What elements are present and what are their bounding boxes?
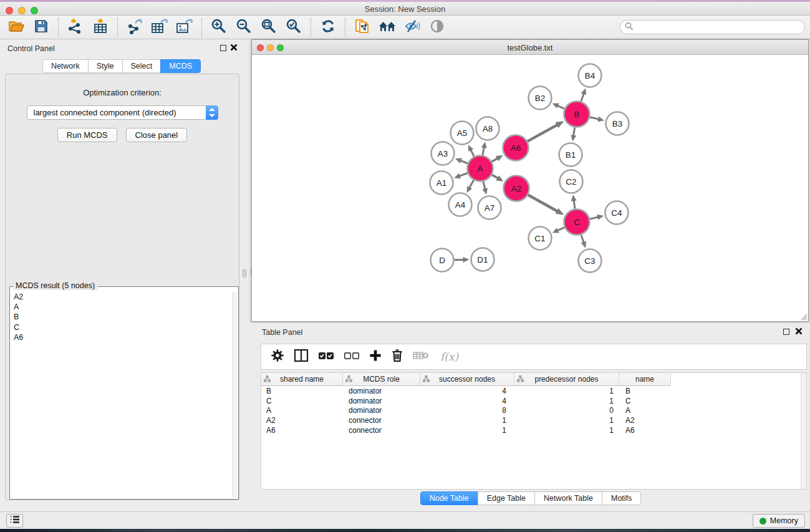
cell-name[interactable]: C bbox=[619, 397, 671, 405]
cell-name[interactable]: A6 bbox=[619, 426, 671, 435]
cell-mcds_role[interactable]: dominator bbox=[343, 387, 420, 395]
graph-edge-B-B3[interactable] bbox=[590, 117, 604, 122]
mcds-result-item[interactable]: C bbox=[14, 322, 231, 332]
tab-motifs[interactable]: Motifs bbox=[602, 491, 641, 505]
export-image-button[interactable] bbox=[172, 17, 197, 37]
import-network-button[interactable] bbox=[63, 17, 88, 37]
graph-edge-A-A4[interactable] bbox=[466, 180, 473, 193]
graph-node-B4[interactable]: B4 bbox=[579, 64, 602, 87]
close-panel-icon[interactable] bbox=[230, 44, 238, 51]
cell-shared_name[interactable]: B bbox=[261, 387, 343, 395]
zoom-fit-button[interactable] bbox=[256, 17, 281, 37]
graph-node-A8[interactable]: A8 bbox=[476, 117, 499, 140]
column-visibility-button[interactable] bbox=[294, 349, 309, 365]
tab-edge-table[interactable]: Edge Table bbox=[478, 491, 535, 505]
cell-predecessor_nodes[interactable]: 1 bbox=[514, 387, 619, 395]
table-settings-button[interactable] bbox=[271, 349, 284, 365]
task-history-button[interactable] bbox=[6, 514, 23, 528]
zoom-selected-button[interactable] bbox=[281, 17, 306, 37]
graph-node-B2[interactable]: B2 bbox=[529, 87, 552, 110]
graph-edge-C-C1[interactable] bbox=[552, 228, 565, 233]
cell-name[interactable]: A2 bbox=[619, 416, 671, 425]
mcds-result-item[interactable]: A2 bbox=[14, 292, 231, 302]
cell-successor_nodes[interactable]: 1 bbox=[420, 416, 514, 425]
graph-node-A4[interactable]: A4 bbox=[449, 193, 472, 216]
graph-edge-C-C3[interactable] bbox=[581, 235, 587, 248]
mcds-result-item[interactable]: B bbox=[14, 312, 231, 322]
graph-edge-C-C2[interactable] bbox=[571, 195, 577, 208]
save-session-button[interactable] bbox=[29, 17, 54, 37]
cell-predecessor_nodes[interactable]: 1 bbox=[514, 397, 619, 405]
graph-node-C1[interactable]: C1 bbox=[529, 227, 552, 250]
search-input[interactable] bbox=[637, 23, 793, 32]
refresh-button[interactable] bbox=[316, 17, 340, 37]
graph-node-A7[interactable]: A7 bbox=[478, 196, 501, 220]
graph-node-B1[interactable]: B1 bbox=[559, 143, 582, 167]
memory-status-button[interactable]: Memory bbox=[753, 514, 805, 528]
cell-predecessor_nodes[interactable]: 0 bbox=[514, 406, 619, 415]
node-table-scrollbar[interactable] bbox=[801, 373, 806, 489]
zoom-out-button[interactable] bbox=[231, 17, 256, 37]
graph-node-C[interactable]: C bbox=[564, 210, 590, 235]
graph-edge-A-A2[interactable] bbox=[492, 175, 504, 181]
delete-column-button[interactable] bbox=[391, 349, 403, 365]
mcds-result-item[interactable]: A bbox=[14, 302, 231, 312]
first-neighbors-button[interactable] bbox=[375, 17, 400, 37]
tab-node-table[interactable]: Node Table bbox=[420, 491, 478, 505]
cell-name[interactable]: A bbox=[619, 406, 671, 415]
cell-predecessor_nodes[interactable]: 1 bbox=[514, 416, 619, 425]
close-table-panel-icon[interactable] bbox=[795, 327, 803, 335]
network-window-titlebar[interactable]: testGlobe.txt bbox=[252, 40, 808, 55]
graph-node-D[interactable]: D bbox=[431, 249, 454, 272]
graph-edge-A-A6[interactable] bbox=[492, 155, 503, 162]
zoom-in-button[interactable] bbox=[206, 17, 231, 37]
export-network-button[interactable] bbox=[122, 17, 147, 37]
add-column-button[interactable] bbox=[369, 349, 382, 364]
graph-edge-C-C4[interactable] bbox=[590, 215, 604, 220]
cell-shared_name[interactable]: C bbox=[261, 397, 343, 405]
tab-style[interactable]: Style bbox=[88, 59, 123, 73]
float-table-panel-icon[interactable] bbox=[783, 329, 789, 335]
graph-node-A2[interactable]: A2 bbox=[504, 176, 529, 201]
show-hidden-button[interactable] bbox=[425, 17, 450, 37]
table-row[interactable]: A2connector11A2 bbox=[261, 415, 806, 425]
window-resize-grip[interactable] bbox=[799, 312, 808, 321]
select-all-button[interactable] bbox=[318, 351, 334, 363]
column-header-name[interactable]: name bbox=[619, 373, 671, 386]
search-field[interactable] bbox=[620, 20, 805, 34]
graph-node-A1[interactable]: A1 bbox=[430, 172, 453, 195]
graph-edge-D-D1[interactable] bbox=[454, 257, 469, 263]
graph-edge-A-A7[interactable] bbox=[482, 181, 488, 195]
graph-edge-B-B4[interactable] bbox=[581, 88, 587, 101]
cell-successor_nodes[interactable]: 4 bbox=[420, 387, 514, 395]
cell-successor_nodes[interactable]: 8 bbox=[420, 406, 514, 415]
graph-edge-B-B1[interactable] bbox=[571, 127, 576, 142]
table-row[interactable]: Cdominator41C bbox=[261, 396, 806, 406]
graph-node-A3[interactable]: A3 bbox=[432, 142, 455, 165]
graph-node-C4[interactable]: C4 bbox=[605, 201, 629, 225]
function-builder-button[interactable]: f(x) bbox=[438, 349, 463, 365]
graph-edge-A-A1[interactable] bbox=[454, 173, 468, 178]
cell-shared_name[interactable]: A6 bbox=[261, 426, 343, 435]
cell-successor_nodes[interactable]: 1 bbox=[420, 426, 514, 435]
duplicate-network-button[interactable] bbox=[350, 17, 375, 37]
graph-edge-A-A5[interactable] bbox=[468, 145, 475, 157]
cell-mcds_role[interactable]: connector bbox=[343, 426, 420, 435]
cell-shared_name[interactable]: A bbox=[261, 406, 343, 415]
graph-node-B3[interactable]: B3 bbox=[606, 112, 629, 135]
tab-network-table[interactable]: Network Table bbox=[534, 491, 602, 505]
cell-successor_nodes[interactable]: 4 bbox=[420, 397, 514, 405]
tab-network[interactable]: Network bbox=[42, 59, 89, 73]
cell-shared_name[interactable]: A2 bbox=[261, 416, 343, 425]
graph-node-B[interactable]: B bbox=[564, 102, 590, 127]
vertical-splitter-grip[interactable] bbox=[243, 269, 246, 278]
cell-mcds_role[interactable]: dominator bbox=[343, 397, 420, 405]
mcds-result-scrollbar[interactable] bbox=[232, 292, 237, 498]
tab-select[interactable]: Select bbox=[122, 59, 162, 73]
graph-node-D1[interactable]: D1 bbox=[471, 248, 494, 271]
import-table-button[interactable] bbox=[88, 17, 113, 37]
graph-edge-A6-B[interactable] bbox=[528, 121, 564, 141]
cell-name[interactable]: B bbox=[619, 387, 671, 395]
float-panel-icon[interactable] bbox=[220, 45, 226, 51]
table-row[interactable]: Adominator80A bbox=[261, 405, 806, 415]
